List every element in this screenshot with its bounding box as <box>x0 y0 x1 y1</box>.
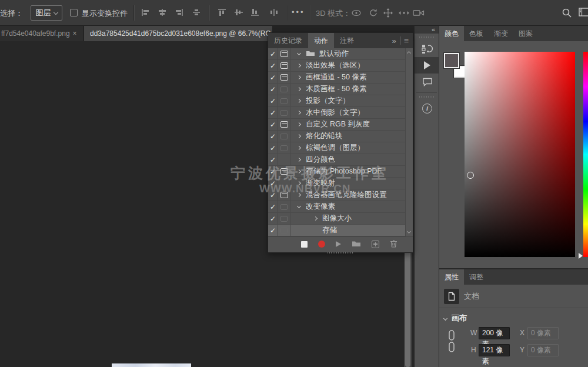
canvas-section-header[interactable]: 画布 <box>444 313 467 323</box>
expand-chevron-icon[interactable] <box>297 193 301 197</box>
align-bottom-icon[interactable] <box>250 8 261 18</box>
align-top-icon[interactable] <box>218 8 228 18</box>
distribute-v-icon[interactable] <box>269 8 280 18</box>
expand-chevron-icon[interactable] <box>297 111 301 115</box>
align-center-v-icon[interactable] <box>234 8 245 18</box>
action-row[interactable]: ✓ 熔化的铅块 <box>268 131 413 142</box>
action-row[interactable]: ✓ 改变像素 <box>268 201 413 213</box>
action-row[interactable]: ✓ 存储 <box>268 225 413 236</box>
action-row[interactable]: ✓ 木质画框 - 50 像素 <box>268 84 413 95</box>
action-check-toggle[interactable]: ✓ <box>268 213 278 224</box>
y-input[interactable]: 0 像素 <box>527 344 559 356</box>
action-check-toggle[interactable]: ✓ <box>268 154 278 165</box>
action-dialog-toggle[interactable] <box>278 95 290 106</box>
expand-chevron-icon[interactable] <box>297 169 301 174</box>
action-check-toggle[interactable]: ✓ <box>268 201 278 212</box>
actions-scrollbar[interactable] <box>405 48 413 236</box>
action-row[interactable]: ✓ 混合器画笔克隆绘图设置 <box>268 189 413 201</box>
expand-chevron-icon[interactable] <box>313 216 318 221</box>
expand-chevron-icon[interactable] <box>297 146 301 150</box>
info-panel-icon[interactable]: i <box>415 100 440 116</box>
action-dialog-toggle[interactable] <box>278 201 290 212</box>
action-dialog-toggle[interactable] <box>278 48 290 59</box>
dock-grip[interactable] <box>419 96 435 98</box>
3d-roll-icon[interactable] <box>368 8 379 19</box>
action-row[interactable]: ✓ 图像大小 <box>268 213 413 225</box>
collapse-dock-icon[interactable]: « <box>415 26 439 34</box>
action-row[interactable]: ✓ 四分颜色 <box>268 154 413 166</box>
auto-select-dropdown[interactable]: 图层 <box>31 5 62 21</box>
play-button[interactable] <box>336 241 341 247</box>
actions-panel-icon[interactable] <box>415 57 440 74</box>
action-dialog-toggle[interactable] <box>278 84 290 95</box>
hue-slider-marker[interactable] <box>579 253 583 259</box>
x-input[interactable]: 0 像素 <box>527 327 559 339</box>
expand-chevron-icon[interactable] <box>297 99 301 103</box>
action-check-toggle[interactable]: ✓ <box>268 48 278 59</box>
panel-resize-grip[interactable] <box>268 251 413 253</box>
action-row[interactable]: ✓ 水中倒影（文字） <box>268 107 413 119</box>
delete-trash-button[interactable] <box>390 239 397 249</box>
action-dialog-toggle[interactable] <box>278 131 290 142</box>
expand-chevron-icon[interactable] <box>297 181 301 185</box>
expand-chevron-icon[interactable] <box>297 204 301 208</box>
action-dialog-toggle[interactable] <box>278 189 290 201</box>
action-dialog-toggle[interactable] <box>278 119 290 130</box>
search-icon[interactable] <box>561 7 573 21</box>
action-row[interactable]: ✓ 淡出效果（选区） <box>268 60 413 72</box>
action-dialog-toggle[interactable] <box>278 213 290 224</box>
align-left-icon[interactable] <box>141 8 152 18</box>
action-check-toggle[interactable]: ✓ <box>268 72 278 83</box>
scroll-up-icon[interactable] <box>407 51 411 55</box>
action-check-toggle[interactable]: ✓ <box>268 107 278 118</box>
more-options-icon[interactable]: ••• <box>292 8 305 16</box>
tab-history[interactable]: 历史记录 <box>268 33 308 48</box>
tab-swatches[interactable]: 色板 <box>464 26 489 41</box>
action-check-toggle[interactable]: ✓ <box>268 142 278 154</box>
action-row[interactable]: ✓ 渐变映射 <box>268 178 413 189</box>
action-dialog-toggle[interactable] <box>278 72 290 83</box>
notes-panel-icon[interactable] <box>415 74 440 90</box>
action-row[interactable]: ✓ 默认动作 <box>268 48 413 60</box>
action-row[interactable]: ✓ 自定义 RGB 到灰度 <box>268 119 413 131</box>
distribute-h-icon[interactable] <box>192 8 202 18</box>
action-check-toggle[interactable]: ✓ <box>268 178 278 189</box>
expand-chevron-icon[interactable] <box>297 158 301 162</box>
record-button[interactable] <box>318 241 325 248</box>
expand-chevron-icon[interactable] <box>297 75 301 79</box>
width-input[interactable]: 200 像素 <box>479 327 510 339</box>
tab-color[interactable]: 颜色 <box>439 26 464 41</box>
action-row[interactable]: ✓ 棕褐色调（图层） <box>268 142 413 154</box>
action-check-toggle[interactable]: ✓ <box>268 189 278 201</box>
action-dialog-toggle[interactable] <box>278 178 290 189</box>
action-check-toggle[interactable]: ✓ <box>268 166 278 177</box>
action-check-toggle[interactable]: ✓ <box>268 119 278 130</box>
align-center-h-icon[interactable] <box>158 8 168 18</box>
3d-orbit-icon[interactable] <box>350 8 362 19</box>
action-check-toggle[interactable]: ✓ <box>268 95 278 106</box>
align-right-icon[interactable] <box>174 8 185 18</box>
action-row[interactable]: ✓ 投影（文字） <box>268 95 413 107</box>
tab-patterns[interactable]: 图案 <box>513 26 538 41</box>
show-transform-checkbox[interactable] <box>70 9 78 16</box>
action-dialog-toggle[interactable] <box>278 142 290 154</box>
scroll-down-icon[interactable] <box>407 229 411 233</box>
workspace-icon[interactable] <box>579 8 588 19</box>
tab-adjustments[interactable]: 调整 <box>464 269 489 285</box>
history-panel-icon[interactable] <box>415 41 440 57</box>
tab-actions[interactable]: 动作 <box>308 33 334 48</box>
tab-gradients[interactable]: 渐变 <box>489 26 513 41</box>
color-field-cursor[interactable] <box>467 172 474 179</box>
action-dialog-toggle[interactable] <box>278 166 290 177</box>
new-set-folder-button[interactable] <box>352 240 361 249</box>
action-dialog-toggle[interactable] <box>278 107 290 118</box>
action-dialog-toggle[interactable] <box>278 154 290 165</box>
doc-tab-inactive[interactable]: ff7d54e040afe9bf.png× <box>0 26 83 41</box>
action-row[interactable]: ✓ 存储为 Photoshop PDF <box>268 166 413 178</box>
saturation-brightness-field[interactable] <box>465 52 575 257</box>
expand-chevron-icon[interactable] <box>297 134 301 138</box>
foreground-color-swatch[interactable] <box>444 53 459 68</box>
panel-menu-icon[interactable]: ≡ <box>404 36 409 45</box>
hue-slider[interactable] <box>583 52 588 257</box>
expand-chevron-icon[interactable] <box>297 64 301 68</box>
